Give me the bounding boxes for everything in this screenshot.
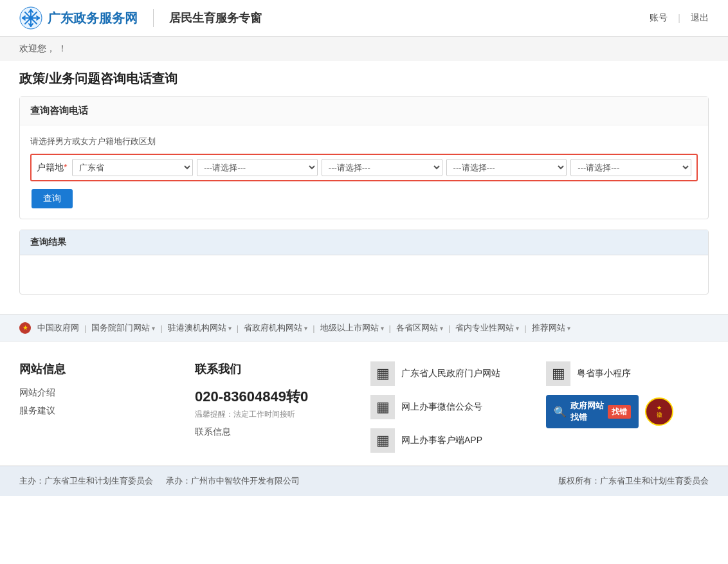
welcome-suffix: ！ [58, 43, 67, 53]
qr-yueshengshi-label: 粤省事小程序 [577, 368, 631, 379]
search-icon: 🔍 [554, 406, 567, 418]
qr-items-col4: ▦ 粤省事小程序 [546, 361, 709, 386]
header-logo: 广东政务服务网 [19, 6, 138, 30]
query-card-body: 请选择男方或女方户籍地行政区划 户籍地* 广东省 ---请选择--- ---请选… [20, 125, 708, 219]
household-label-text: 户籍地 [37, 162, 64, 172]
footer-nav-recommend[interactable]: 推荐网站 ▾ [532, 322, 570, 334]
footer-col-badges: ▦ 粤省事小程序 🔍 政府网站 找错 找错 ★徽 [546, 361, 709, 453]
village-select[interactable]: ---请选择--- [570, 159, 691, 176]
qr-gov-label: 广东省人民政府门户网站 [401, 368, 500, 379]
logout-link[interactable]: 退出 [691, 12, 709, 24]
chevron-down-icon: ▾ [228, 325, 232, 332]
qr-item-wechat: ▦ 网上办事微信公众号 [370, 395, 533, 419]
qr-items: ▦ 广东省人民政府门户网站 ▦ 网上办事微信公众号 ▦ 网上办事客户端APP [370, 361, 533, 453]
footer-nav-ministry[interactable]: 国务院部门网站 ▾ [91, 322, 155, 334]
welcome-text: 欢迎您， [19, 43, 55, 53]
contact-info-link[interactable]: 联系信息 [195, 426, 231, 437]
seal-icon: ★徽 [657, 405, 662, 419]
footer-nav: ★ 中国政府网 | 国务院部门网站 ▾ | 驻港澳机构网站 ▾ | 省政府机构网… [0, 314, 728, 341]
qr-gov-icon: ▦ [370, 361, 395, 386]
header-divider [153, 9, 154, 27]
copyright-label: 版权所有：广东省卫生和计划生育委员会 [558, 475, 709, 487]
contact-phone: 020-83604849转0 [195, 387, 358, 406]
chevron-down-icon: ▾ [304, 325, 307, 332]
result-card-body [20, 255, 708, 294]
bottom-footer-left: 主办：广东省卫生和计划生育委员会 承办：广州市中智软件开发有限公司 [19, 475, 300, 487]
header-right: 账号 | 退出 [650, 12, 709, 24]
footer-nav-special[interactable]: 省内专业性网站 ▾ [455, 322, 519, 334]
footer-nav-gov[interactable]: 中国政府网 [37, 322, 79, 334]
red-badge: 找错 [608, 405, 631, 419]
gov-feedback-label: 政府网站 找错 [570, 400, 604, 423]
household-field-row: 户籍地* 广东省 ---请选择--- ---请选择--- ---请选择--- [30, 154, 698, 181]
chevron-down-icon: ▾ [152, 325, 155, 332]
household-label: 户籍地* [37, 162, 67, 174]
account-link[interactable]: 账号 [650, 12, 668, 24]
qr-app-label: 网上办事客户端APP [401, 435, 482, 446]
footer-nav-city[interactable]: 地级以上市网站 ▾ [320, 322, 384, 334]
street-select[interactable]: ---请选择--- [446, 159, 567, 176]
query-button[interactable]: 查询 [32, 189, 73, 208]
chevron-down-icon: ▾ [440, 325, 443, 332]
result-card: 查询结果 [19, 230, 709, 295]
gov-icon: ★ [19, 322, 31, 334]
footer-info: 网站信息 网站介绍 服务建议 联系我们 020-83604849转0 温馨提醒：… [0, 341, 728, 466]
site-header: 广东政务服务网 居民生育服务专窗 账号 | 退出 [0, 0, 728, 37]
qr-wechat-icon: ▦ [370, 395, 395, 419]
field-hint: 请选择男方或女方户籍地行政区划 [30, 136, 698, 147]
footer-col1-title: 网站信息 [19, 361, 182, 377]
footer-col-contact: 联系我们 020-83604849转0 温馨提醒：法定工作时间接听 联系信息 [195, 361, 358, 453]
gov-feedback-badge[interactable]: 🔍 政府网站 找错 找错 [546, 395, 639, 428]
footer-link-intro[interactable]: 网站介绍 [19, 387, 182, 399]
header-sep: | [678, 13, 680, 23]
footer-col-website-info: 网站信息 网站介绍 服务建议 [19, 361, 182, 453]
contact-hint: 温馨提醒：法定工作时间接听 [195, 409, 358, 420]
qr-yueshengshi-icon: ▦ [546, 361, 570, 386]
chevron-down-icon: ▾ [567, 325, 570, 332]
qr-item-gov: ▦ 广东省人民政府门户网站 [370, 361, 533, 386]
footer-nav-regions[interactable]: 各省区网站 ▾ [396, 322, 443, 334]
field-selects: 广东省 ---请选择--- ---请选择--- ---请选择--- ---请选择… [72, 159, 691, 176]
bottom-footer: 主办：广东省卫生和计划生育委员会 承办：广州市中智软件开发有限公司 版权所有：广… [0, 466, 728, 496]
province-select[interactable]: 广东省 [72, 159, 193, 176]
qr-app-icon: ▦ [370, 428, 395, 453]
page-title: 政策/业务问题咨询电话查询 [0, 61, 728, 96]
footer-col-qr: ▦ 广东省人民政府门户网站 ▦ 网上办事微信公众号 ▦ 网上办事客户端APP [370, 361, 533, 453]
query-card: 查询咨询电话 请选择男方或女方户籍地行政区划 户籍地* 广东省 ---请选择--… [19, 96, 709, 219]
undertaker-label: 承办：广州市中智软件开发有限公司 [166, 475, 300, 487]
required-mark: * [64, 162, 67, 172]
district-select[interactable]: ---请选择--- [322, 159, 442, 176]
city-select[interactable]: ---请选择--- [197, 159, 318, 176]
chevron-down-icon: ▾ [381, 325, 384, 332]
footer-nav-hk[interactable]: 驻港澳机构网站 ▾ [168, 322, 232, 334]
main-content: 查询咨询电话 请选择男方或女方户籍地行政区划 户籍地* 广东省 ---请选择--… [0, 96, 728, 314]
chevron-down-icon: ▾ [516, 325, 519, 332]
header-left: 广东政务服务网 居民生育服务专窗 [19, 6, 262, 30]
qr-item-app: ▦ 网上办事客户端APP [370, 428, 533, 453]
qr-wechat-label: 网上办事微信公众号 [401, 401, 482, 413]
footer-col2-title: 联系我们 [195, 361, 358, 377]
result-card-header: 查询结果 [20, 230, 708, 255]
badge-row: 🔍 政府网站 找错 找错 ★徽 [546, 395, 709, 428]
welcome-bar: 欢迎您， ！ [0, 37, 728, 61]
query-card-header: 查询咨询电话 [20, 97, 708, 125]
header-subtitle-label: 居民生育服务专窗 [169, 10, 262, 26]
sponsor-label: 主办：广东省卫生和计划生育委员会 [19, 475, 153, 487]
footer-link-feedback[interactable]: 服务建议 [19, 405, 182, 417]
footer-nav-province[interactable]: 省政府机构网站 ▾ [244, 322, 307, 334]
site-name-label: 广东政务服务网 [48, 10, 138, 27]
qr-item-yueshengshi: ▦ 粤省事小程序 [546, 361, 709, 386]
snowflake-icon [19, 6, 42, 30]
seal-badge: ★徽 [645, 397, 673, 426]
